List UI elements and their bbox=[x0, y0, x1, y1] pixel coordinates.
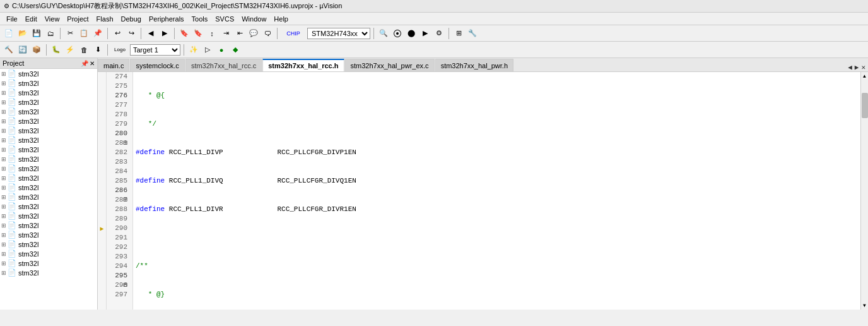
project-item-label: stm32l bbox=[18, 136, 38, 144]
bookmark-btn[interactable]: 🔖 bbox=[178, 27, 191, 40]
project-item[interactable]: ⊞ 📄 stm32l bbox=[0, 97, 97, 107]
open-btn[interactable]: 📂 bbox=[16, 27, 29, 40]
tab-hal-pwr-ex[interactable]: stm32h7xx_hal_pwr_ex.c bbox=[345, 59, 435, 71]
project-item[interactable]: ⊞ 📄 stm32l bbox=[0, 230, 97, 239]
vertical-scrollbar[interactable]: ▲ ▼ bbox=[860, 72, 868, 310]
gutter-line bbox=[98, 129, 106, 138]
run-btn[interactable]: ▶ bbox=[419, 27, 431, 40]
menu-item-svcs[interactable]: SVCS bbox=[211, 14, 238, 24]
line-num: 275 bbox=[107, 82, 130, 91]
project-item[interactable]: ⊞ 📄 stm32l bbox=[0, 69, 97, 78]
project-item[interactable]: ⊞ 📄 stm32l bbox=[0, 258, 97, 268]
search-btn[interactable]: 🔍 bbox=[377, 27, 390, 40]
project-item[interactable]: ⊞ 📄 stm32l bbox=[0, 116, 97, 126]
uncomment-btn[interactable]: 🗨 bbox=[261, 27, 274, 40]
project-item[interactable]: ⊞ 📄 stm32l bbox=[0, 249, 97, 258]
copy-btn[interactable]: 📋 bbox=[78, 27, 90, 40]
indent-btn[interactable]: ⇥ bbox=[220, 27, 232, 40]
project-item[interactable]: ⊞ 📄 stm32l bbox=[0, 154, 97, 164]
tab-main-c[interactable]: main.c bbox=[98, 59, 129, 71]
batch-btn[interactable]: 📦 bbox=[30, 44, 43, 56]
tab-hal-rcc-h[interactable]: stm32h7xx_hal_rcc.h bbox=[262, 59, 344, 71]
line-num: 297 bbox=[107, 290, 130, 299]
pin-icon[interactable]: 📌 bbox=[81, 60, 88, 67]
code-editor[interactable]: * @{ */ #define RCC_PLL1_DIVP RCC_PLLCFG… bbox=[133, 72, 860, 310]
erase-btn[interactable]: 🗑 bbox=[78, 44, 90, 56]
file-icon: 📄 bbox=[8, 107, 16, 116]
download-btn[interactable]: ⬇ bbox=[91, 44, 104, 56]
config-btn[interactable]: ⦿ bbox=[391, 27, 404, 40]
tab-hal-pwr-h[interactable]: stm32h7xx_hal_pwr.h bbox=[435, 59, 513, 71]
project-item[interactable]: ⊞ 📄 stm32l bbox=[0, 88, 97, 97]
paste-btn[interactable]: 📌 bbox=[91, 27, 104, 40]
magic-wand-btn[interactable]: ✨ bbox=[187, 44, 200, 56]
project-controls: 📌 ✕ bbox=[81, 60, 95, 67]
tab-scroll-right[interactable]: ▶ bbox=[855, 63, 859, 71]
cut-btn[interactable]: ✂ bbox=[64, 27, 76, 40]
scroll-thumb[interactable] bbox=[862, 93, 868, 118]
menu-item-help[interactable]: Help bbox=[270, 14, 292, 24]
target-dropdown[interactable]: Target 1 bbox=[130, 44, 180, 56]
rebuild-btn[interactable]: 🔄 bbox=[16, 44, 29, 56]
tab-systemclock[interactable]: systemclock.c bbox=[130, 59, 184, 71]
tab-close-btn[interactable]: ✕ bbox=[861, 63, 865, 71]
tools-btn[interactable]: 🔧 bbox=[466, 27, 479, 40]
project-item[interactable]: ⊞ 📄 stm32l bbox=[0, 107, 97, 116]
nav-back-btn[interactable]: ◀ bbox=[144, 27, 157, 40]
nav-btn[interactable]: ↕ bbox=[206, 27, 218, 40]
project-header: Project 📌 ✕ bbox=[0, 58, 97, 69]
sep5 bbox=[277, 28, 278, 39]
undo-btn[interactable]: ↩ bbox=[111, 27, 124, 40]
menu-item-peripherals[interactable]: Peripherals bbox=[145, 14, 188, 24]
menu-item-project[interactable]: Project bbox=[63, 14, 92, 24]
scroll-up-btn[interactable]: ▲ bbox=[862, 72, 867, 80]
project-item[interactable]: ⊞ 📄 stm32l bbox=[0, 78, 97, 88]
project-item[interactable]: ⊞ 📄 stm32l bbox=[0, 135, 97, 145]
file-icon: 📄 bbox=[8, 269, 16, 277]
project-item[interactable]: ⊞ 📄 stm32l bbox=[0, 173, 97, 183]
project-item[interactable]: ⊞ 📄 stm32l bbox=[0, 211, 97, 220]
menu-item-view[interactable]: View bbox=[41, 14, 64, 24]
project-item[interactable]: ⊞ 📄 stm32l bbox=[0, 202, 97, 211]
target-select[interactable]: STM32H743xx bbox=[307, 28, 370, 39]
menu-item-file[interactable]: File bbox=[3, 14, 21, 24]
settings-btn[interactable]: ⚙ bbox=[433, 27, 445, 40]
project-item[interactable]: ⊞ 📄 stm32l bbox=[0, 126, 97, 135]
save-all-btn[interactable]: 🗂 bbox=[44, 27, 57, 40]
stop-btn[interactable]: ⬤ bbox=[405, 27, 418, 40]
green2-btn[interactable]: ◆ bbox=[229, 44, 242, 56]
close-project-btn[interactable]: ✕ bbox=[90, 60, 95, 67]
project-item[interactable]: ⊞ 📄 stm32l bbox=[0, 239, 97, 249]
outdent-btn[interactable]: ⇤ bbox=[233, 27, 246, 40]
project-item[interactable]: ⊞ 📄 stm32l bbox=[0, 183, 97, 192]
build-target-btn[interactable]: 🔨 bbox=[3, 44, 15, 56]
debug-btn[interactable]: 🐛 bbox=[50, 44, 62, 56]
menu-item-tools[interactable]: Tools bbox=[188, 14, 212, 24]
project-item[interactable]: ⊞ 📄 stm32l bbox=[0, 220, 97, 230]
scroll-down-btn[interactable]: ▼ bbox=[862, 301, 867, 310]
flash-btn[interactable]: ⚡ bbox=[64, 44, 76, 56]
green1-btn[interactable]: ● bbox=[215, 44, 228, 56]
comment-btn[interactable]: 💬 bbox=[247, 27, 260, 40]
new-btn[interactable]: 📄 bbox=[3, 27, 15, 40]
menu-item-edit[interactable]: Edit bbox=[21, 14, 41, 24]
menu-item-window[interactable]: Window bbox=[238, 14, 270, 24]
menu-item-debug[interactable]: Debug bbox=[117, 14, 145, 24]
window-btn[interactable]: ⊞ bbox=[452, 27, 465, 40]
gutter-line bbox=[98, 100, 106, 110]
run2-btn[interactable]: ▷ bbox=[201, 44, 214, 56]
project-item[interactable]: ⊞ 📄 stm32l bbox=[0, 268, 97, 277]
project-item[interactable]: ⊞ 📄 stm32l bbox=[0, 145, 97, 154]
gutter-line bbox=[98, 138, 106, 148]
line-numbers: 274 275 276 277 278 279 280 ⊟ 281 282 28… bbox=[107, 72, 133, 310]
line-num: 292 bbox=[107, 243, 130, 252]
project-item[interactable]: ⊞ 📄 stm32l bbox=[0, 192, 97, 202]
redo-btn[interactable]: ↪ bbox=[125, 27, 138, 40]
nav-fwd-btn[interactable]: ▶ bbox=[158, 27, 171, 40]
tab-scroll-left[interactable]: ◀ bbox=[848, 63, 852, 71]
menu-item-flash[interactable]: Flash bbox=[93, 14, 117, 24]
bookmark2-btn[interactable]: 🔖 bbox=[192, 27, 204, 40]
project-item[interactable]: ⊞ 📄 stm32l bbox=[0, 164, 97, 173]
save-btn[interactable]: 💾 bbox=[30, 27, 43, 40]
tab-hal-rcc-c[interactable]: stm32h7xx_hal_rcc.c bbox=[185, 59, 262, 71]
